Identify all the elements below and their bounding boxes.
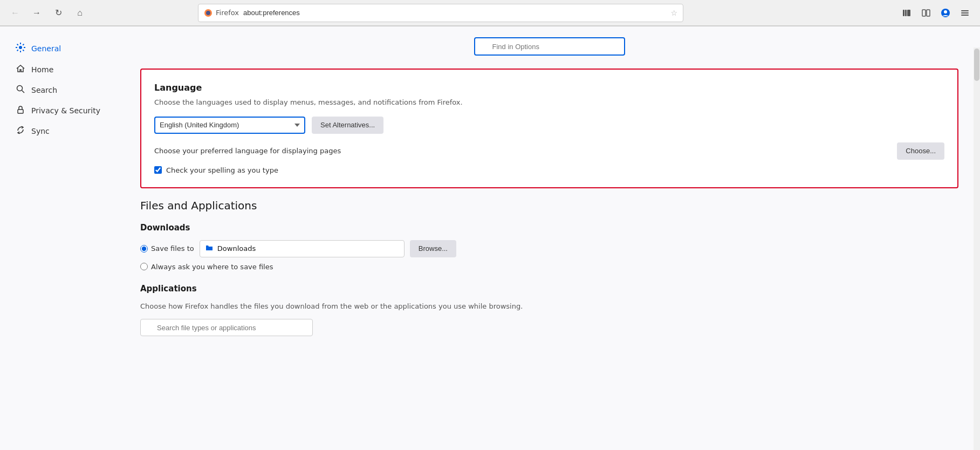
scrollbar-thumb[interactable] bbox=[974, 49, 979, 81]
sidebar: General Home Search bbox=[0, 26, 119, 429]
svg-rect-6 bbox=[927, 10, 930, 16]
files-section: Files and Applications Downloads Save fi… bbox=[140, 199, 958, 347]
sidebar-item-sync-label: Sync bbox=[31, 127, 50, 135]
always-ask-radio-label[interactable]: Always ask you where to save files bbox=[140, 263, 273, 271]
svg-line-14 bbox=[22, 91, 25, 93]
svg-rect-3 bbox=[905, 10, 907, 16]
split-view-button[interactable] bbox=[917, 4, 935, 22]
firefox-logo-icon bbox=[204, 9, 213, 17]
find-options-container bbox=[474, 37, 625, 56]
address-bar[interactable]: Firefox ☆ bbox=[198, 4, 683, 22]
nav-bar: ← → ↻ ⌂ Firefox ☆ bbox=[0, 0, 980, 26]
language-select-row: English (United Kingdom) English (United… bbox=[154, 117, 944, 134]
main-layout: General Home Search bbox=[0, 26, 980, 429]
save-files-to-radio[interactable] bbox=[140, 245, 148, 253]
sidebar-item-search-label: Search bbox=[31, 86, 57, 94]
search-icon bbox=[15, 85, 26, 96]
downloads-subsection: Downloads Save files to Downloads bbox=[140, 223, 958, 271]
profile-button[interactable] bbox=[937, 4, 954, 22]
svg-rect-5 bbox=[922, 10, 926, 16]
reload-button[interactable]: ↻ bbox=[50, 4, 67, 22]
language-section-description: Choose the languages used to display men… bbox=[154, 97, 944, 108]
svg-rect-10 bbox=[961, 12, 969, 13]
always-ask-label: Always ask you where to save files bbox=[151, 263, 273, 271]
svg-point-13 bbox=[17, 86, 23, 91]
sidebar-item-search[interactable]: Search bbox=[4, 80, 114, 100]
sidebar-item-privacy-label: Privacy & Security bbox=[31, 106, 100, 115]
choose-button[interactable]: Choose... bbox=[897, 142, 944, 160]
menu-button[interactable] bbox=[956, 4, 974, 22]
spelling-checkbox[interactable] bbox=[154, 166, 162, 174]
home-icon bbox=[15, 64, 26, 75]
find-options-input[interactable] bbox=[474, 37, 625, 56]
lock-icon bbox=[15, 105, 26, 116]
spelling-checkbox-row: Check your spelling as you type bbox=[154, 166, 944, 174]
downloads-path-display: Downloads bbox=[200, 240, 405, 257]
sidebar-item-home-label: Home bbox=[31, 65, 53, 74]
svg-rect-15 bbox=[18, 110, 23, 113]
svg-rect-4 bbox=[907, 10, 910, 16]
gear-icon bbox=[15, 43, 26, 54]
svg-point-8 bbox=[944, 10, 947, 13]
save-files-to-radio-label[interactable]: Save files to bbox=[140, 244, 194, 253]
applications-desc: Choose how Firefox handles the files you… bbox=[140, 301, 958, 312]
sidebar-item-general-label: General bbox=[31, 44, 61, 53]
save-files-to-row: Save files to Downloads Browse... bbox=[140, 240, 958, 257]
downloads-title: Downloads bbox=[140, 223, 958, 233]
preferred-lang-text: Choose your preferred language for displ… bbox=[154, 147, 341, 155]
sync-icon bbox=[15, 126, 26, 137]
save-files-to-label: Save files to bbox=[151, 244, 194, 253]
sidebar-item-home[interactable]: Home bbox=[4, 60, 114, 79]
sidebar-item-sync[interactable]: Sync bbox=[4, 121, 114, 141]
downloads-path-text: Downloads bbox=[217, 244, 256, 253]
applications-subsection: Applications Choose how Firefox handles … bbox=[140, 284, 958, 337]
always-ask-radio[interactable] bbox=[140, 263, 148, 270]
language-select[interactable]: English (United Kingdom) English (United… bbox=[154, 117, 305, 134]
svg-rect-9 bbox=[961, 10, 969, 11]
spelling-label[interactable]: Check your spelling as you type bbox=[166, 166, 278, 174]
sidebar-item-general[interactable]: General bbox=[4, 38, 114, 59]
address-input[interactable] bbox=[243, 9, 667, 17]
svg-point-12 bbox=[19, 46, 22, 49]
preferred-lang-row: Choose your preferred language for displ… bbox=[154, 142, 944, 160]
forward-button[interactable]: → bbox=[28, 4, 45, 22]
applications-title: Applications bbox=[140, 284, 958, 294]
find-options-wrapper bbox=[140, 37, 958, 56]
browser-chrome: ← → ↻ ⌂ Firefox ☆ bbox=[0, 0, 980, 26]
always-ask-row: Always ask you where to save files bbox=[140, 263, 958, 271]
search-apps-input[interactable] bbox=[140, 319, 313, 336]
files-section-title: Files and Applications bbox=[140, 199, 958, 212]
folder-icon bbox=[205, 244, 213, 253]
bookmark-icon[interactable]: ☆ bbox=[670, 9, 677, 17]
svg-rect-2 bbox=[903, 10, 904, 16]
set-alternatives-button[interactable]: Set Alternatives... bbox=[312, 117, 383, 134]
sidebar-item-privacy[interactable]: Privacy & Security bbox=[4, 101, 114, 120]
content-area: Language Choose the languages used to di… bbox=[119, 26, 980, 429]
search-apps-wrapper bbox=[140, 319, 313, 336]
back-button[interactable]: ← bbox=[6, 4, 24, 22]
svg-rect-11 bbox=[961, 15, 969, 16]
language-section-title: Language bbox=[154, 83, 944, 93]
page-scrollbar[interactable] bbox=[974, 47, 980, 450]
svg-point-1 bbox=[206, 11, 210, 15]
home-button[interactable]: ⌂ bbox=[71, 4, 88, 22]
site-name: Firefox bbox=[216, 9, 239, 17]
browse-button[interactable]: Browse... bbox=[410, 240, 456, 257]
language-section: Language Choose the languages used to di… bbox=[140, 69, 958, 188]
library-button[interactable] bbox=[898, 4, 915, 22]
toolbar-right bbox=[898, 4, 974, 22]
